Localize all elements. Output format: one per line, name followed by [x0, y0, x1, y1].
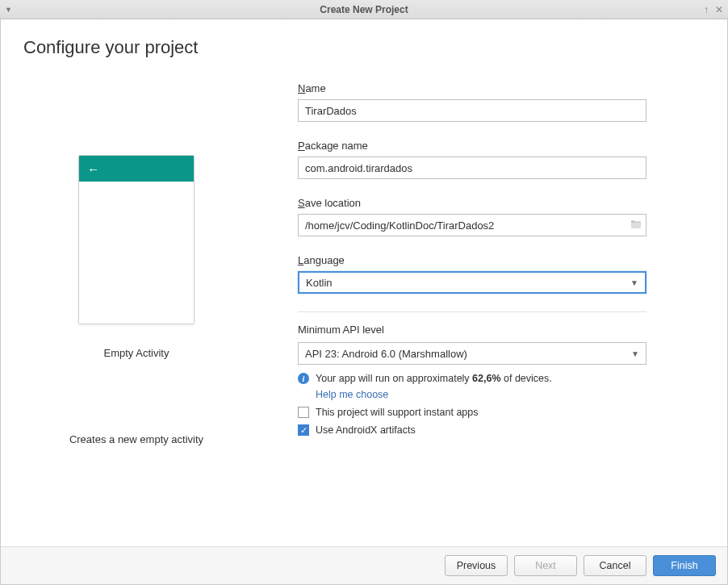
page-heading: Configure your project — [23, 37, 705, 58]
titlebar: ▼ Create New Project ↑ ✕ — [0, 0, 728, 19]
template-name: Empty Activity — [104, 347, 169, 359]
instant-apps-checkbox[interactable] — [298, 407, 309, 418]
save-location-input[interactable] — [298, 214, 646, 236]
androidx-checkbox[interactable]: ✓ — [298, 424, 309, 436]
divider — [298, 311, 646, 312]
package-label: Package name — [298, 140, 646, 152]
template-preview: ← — [78, 155, 195, 324]
window-title: Create New Project — [0, 4, 728, 15]
min-api-select[interactable]: API 23: Android 6.0 (Marshmallow) ▼ — [298, 342, 646, 365]
window-close-icon[interactable]: ✕ — [715, 4, 723, 15]
template-description: Creates a new empty activity — [69, 433, 203, 445]
next-button[interactable]: Next — [514, 555, 577, 576]
device-coverage-info: Your app will run on approximately 62,6%… — [316, 373, 552, 384]
previous-button[interactable]: Previous — [445, 555, 508, 576]
help-me-choose-link[interactable]: Help me choose — [316, 389, 388, 400]
window-minimize-icon[interactable]: ↑ — [704, 4, 709, 15]
info-icon: i — [298, 373, 309, 384]
window-menu-dropdown[interactable]: ▼ — [5, 6, 12, 14]
min-api-label: Minimum API level — [298, 324, 646, 336]
save-location-label: Save location — [298, 197, 646, 209]
button-bar: Previous Next Cancel Finish — [1, 546, 727, 584]
chevron-down-icon: ▼ — [631, 349, 639, 358]
finish-button[interactable]: Finish — [653, 555, 716, 576]
language-select[interactable]: Kotlin ▼ — [298, 271, 646, 294]
min-api-value: API 23: Android 6.0 (Marshmallow) — [305, 348, 467, 360]
browse-folder-icon[interactable] — [630, 219, 642, 232]
instant-apps-label: This project will support instant apps — [316, 407, 478, 418]
package-input[interactable] — [298, 157, 646, 179]
language-label: Language — [298, 254, 646, 266]
cancel-button[interactable]: Cancel — [584, 555, 646, 576]
back-arrow-icon: ← — [87, 162, 99, 176]
androidx-label: Use AndroidX artifacts — [316, 424, 416, 436]
language-value: Kotlin — [306, 277, 333, 289]
name-input[interactable] — [298, 99, 646, 122]
chevron-down-icon: ▼ — [630, 278, 638, 287]
name-label: Name — [298, 82, 646, 94]
